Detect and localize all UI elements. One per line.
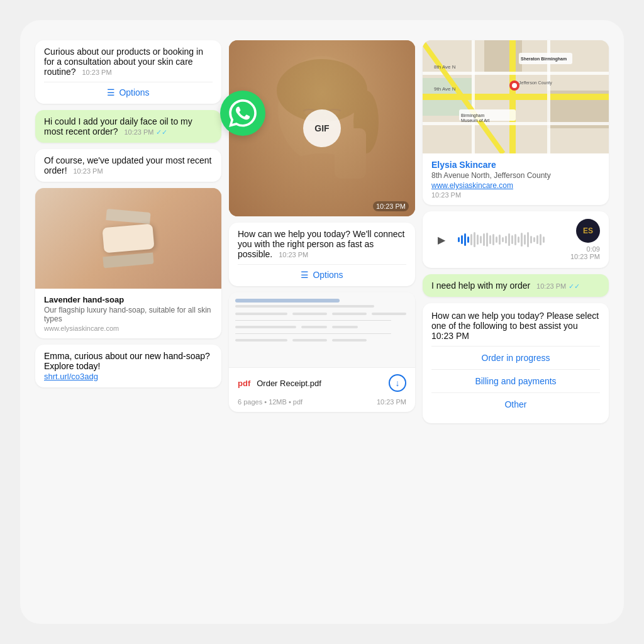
audio-bubble: ▶ bbox=[423, 211, 609, 268]
wave-bar bbox=[543, 236, 545, 243]
wave-bar bbox=[527, 232, 529, 247]
wave-bar bbox=[461, 235, 463, 244]
map-address: 8th Avenue North, Jefferson County bbox=[431, 171, 600, 180]
pdf-line-4 bbox=[292, 313, 327, 315]
wave-bar bbox=[492, 234, 494, 245]
wave-bar bbox=[499, 235, 501, 245]
pdf-line-12 bbox=[332, 339, 367, 341]
link-url[interactable]: shrt.url/co3adg bbox=[44, 372, 98, 381]
bubble-help-time: 10:23 PM bbox=[279, 251, 308, 258]
product-image bbox=[35, 188, 221, 289]
select-help-text: How can we help you today? Please select… bbox=[431, 311, 600, 341]
wave-bar bbox=[470, 234, 472, 245]
options-label-1: Options bbox=[119, 87, 149, 97]
svg-point-4 bbox=[353, 91, 379, 153]
pdf-download-button[interactable]: ↓ bbox=[389, 374, 406, 392]
play-button[interactable]: ▶ bbox=[431, 230, 452, 250]
wave-bar bbox=[533, 237, 535, 242]
wave-bar bbox=[502, 237, 504, 242]
svg-point-2 bbox=[265, 153, 379, 216]
wave-bar bbox=[474, 232, 475, 247]
options-button-1[interactable]: ☰ Options bbox=[44, 82, 213, 97]
options-icon-1: ☰ bbox=[107, 87, 115, 97]
svg-rect-19 bbox=[423, 72, 609, 75]
pdf-divider bbox=[235, 320, 391, 321]
pdf-line-5 bbox=[332, 313, 367, 315]
user-help-time: 10:23 PM bbox=[536, 282, 566, 290]
select-help-bubble: How can we help you today? Please select… bbox=[423, 303, 609, 423]
gif-label: GIF bbox=[303, 109, 341, 147]
pdf-line-8 bbox=[301, 326, 327, 328]
pdf-time: 10:23 PM bbox=[377, 398, 406, 406]
wave-bar bbox=[508, 233, 510, 246]
wave-bar bbox=[524, 235, 526, 245]
order-in-progress-button[interactable]: Order in progress bbox=[431, 346, 600, 369]
billing-payments-button[interactable]: Billing and payments bbox=[431, 369, 600, 392]
product-url: www.elysiaskincare.com bbox=[44, 325, 213, 332]
bubble-greeting-time: 10:23 PM bbox=[82, 69, 111, 76]
wave-bar bbox=[458, 237, 460, 242]
options-label-2: Options bbox=[313, 270, 343, 280]
pdf-filename: Order Receipt.pdf bbox=[257, 379, 382, 388]
link-bubble: Emma, curious about our new hand-soap? E… bbox=[35, 345, 221, 387]
pdf-footer: pdf Order Receipt.pdf ↓ bbox=[229, 368, 415, 398]
map-time: 10:23 PM bbox=[431, 191, 600, 199]
svg-point-28 bbox=[512, 83, 517, 88]
checkmarks: ✓✓ bbox=[156, 128, 167, 136]
svg-text:Sheraton Birmingham: Sheraton Birmingham bbox=[521, 57, 567, 62]
pdf-preview bbox=[229, 292, 415, 368]
options-icon-2: ☰ bbox=[301, 270, 309, 280]
product-card: Lavender hand-soap Our flagship luxury h… bbox=[35, 188, 221, 338]
pdf-info: 6 pages • 12MB • pdf bbox=[238, 398, 303, 406]
map-area: 8th Ave N 9th Ave N Jefferson County She… bbox=[423, 40, 609, 153]
wave-bar bbox=[480, 236, 482, 243]
wave-bar bbox=[540, 234, 541, 245]
pdf-line-6 bbox=[372, 313, 406, 315]
wave-bar bbox=[486, 233, 488, 247]
wave-bar bbox=[505, 236, 507, 243]
bubble-help-connect: How can we help you today? We'll connect… bbox=[229, 223, 415, 286]
pdf-divider-2 bbox=[235, 333, 391, 334]
bubble-user-help-request: I need help with my order 10:23 PM ✓✓ bbox=[423, 274, 609, 297]
pdf-line-9 bbox=[332, 326, 358, 328]
col-1: Curious about our products or booking in… bbox=[35, 40, 221, 480]
wave-bar bbox=[530, 236, 532, 243]
svg-text:Jefferson County: Jefferson County bbox=[519, 80, 552, 86]
other-button[interactable]: Other bbox=[431, 392, 600, 416]
pdf-bubble: pdf Order Receipt.pdf ↓ 6 pages • 12MB •… bbox=[229, 292, 415, 412]
wave-bar bbox=[536, 235, 538, 244]
wave-bar bbox=[518, 236, 519, 243]
options-button-2[interactable]: ☰ Options bbox=[238, 264, 406, 280]
wave-bar bbox=[521, 233, 523, 247]
map-website[interactable]: www.elysiaskincare.com bbox=[431, 181, 600, 190]
product-name: Lavender hand-soap bbox=[44, 295, 213, 304]
pdf-line-10 bbox=[235, 339, 287, 341]
pdf-line-7 bbox=[235, 326, 296, 328]
product-info: Lavender hand-soap Our flagship luxury h… bbox=[35, 289, 221, 338]
wave-bar bbox=[464, 233, 466, 246]
pdf-line-11 bbox=[292, 339, 327, 341]
checkmarks-2: ✓✓ bbox=[569, 282, 580, 290]
svg-rect-12 bbox=[335, 128, 366, 179]
svg-rect-18 bbox=[509, 40, 516, 153]
col-3: 8th Ave N 9th Ave N Jefferson County She… bbox=[423, 40, 609, 480]
wave-bar bbox=[489, 235, 491, 244]
svg-text:Birmingham: Birmingham bbox=[461, 113, 485, 118]
map-bubble: 8th Ave N 9th Ave N Jefferson County She… bbox=[423, 40, 609, 205]
wave-bar bbox=[511, 235, 513, 244]
select-help-time: 10:23 PM bbox=[431, 331, 469, 341]
bubble-user-question: Hi could I add your daily face oil to my… bbox=[35, 110, 221, 143]
sender-avatar: ES bbox=[576, 219, 600, 243]
bubble-response: Of course, we've updated your most recen… bbox=[35, 149, 221, 182]
pdf-line-1 bbox=[235, 299, 340, 303]
svg-rect-20 bbox=[423, 122, 609, 125]
map-business-name: Elysia Skincare bbox=[431, 160, 600, 170]
bubble-response-time: 10:23 PM bbox=[73, 167, 103, 175]
app-container: Curious about our products or booking in… bbox=[20, 20, 624, 624]
svg-rect-15 bbox=[484, 40, 522, 72]
bubble-response-text: Of course, we've updated your most recen… bbox=[44, 155, 211, 175]
audio-time: 10:23 PM bbox=[570, 253, 600, 260]
bubble-user-time: 10:23 PM bbox=[124, 128, 153, 136]
wave-bar bbox=[483, 233, 485, 246]
whatsapp-icon bbox=[220, 91, 265, 136]
